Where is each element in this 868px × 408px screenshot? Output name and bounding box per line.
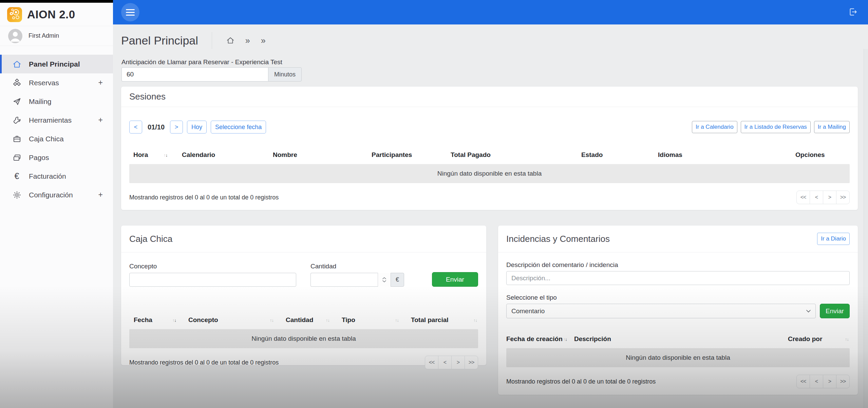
caja-chica-card: Caja Chica Concepto Cantidad € Enviar bbox=[121, 226, 486, 365]
page-title: Panel Principal bbox=[121, 34, 198, 47]
user-avatar-icon bbox=[8, 29, 22, 43]
breadcrumb-separator: » bbox=[245, 36, 250, 46]
column-header-creado-por[interactable]: Creado por ↑↓ bbox=[788, 333, 850, 345]
sesiones-table-header: Hora ↑↓ Calendario Nombre Participantes … bbox=[129, 149, 850, 161]
column-header-opciones[interactable]: Opciones bbox=[791, 149, 850, 161]
page-first-button[interactable]: << bbox=[425, 356, 438, 369]
euro-icon: € bbox=[12, 172, 21, 180]
page-last-button[interactable]: >> bbox=[836, 191, 850, 204]
sort-icon[interactable]: ↑↓ bbox=[473, 318, 477, 322]
go-calendario-button[interactable]: Ir a Calendario bbox=[692, 121, 737, 133]
sesiones-empty-row: Ningún dato disponible en esta tabla bbox=[129, 164, 850, 183]
incidencias-enviar-button[interactable]: Enviar bbox=[820, 304, 850, 318]
page-prev-button[interactable]: < bbox=[810, 375, 823, 388]
avatar bbox=[8, 29, 22, 43]
page-last-button[interactable]: >> bbox=[836, 375, 850, 388]
page-next-button[interactable]: > bbox=[451, 356, 465, 369]
spinner-down-icon bbox=[382, 280, 386, 282]
caja-chica-title: Caja Chica bbox=[129, 234, 172, 244]
page-prev-button[interactable]: < bbox=[438, 356, 452, 369]
anticipacion-input[interactable] bbox=[121, 67, 268, 82]
logout-button[interactable] bbox=[848, 7, 858, 17]
sort-icon[interactable]: ↑↓ bbox=[395, 318, 398, 322]
sidebar: AION 2.0 First Admin Panel Principal bbox=[0, 0, 113, 408]
app-title: AION 2.0 bbox=[27, 8, 75, 21]
concepto-label: Concepto bbox=[129, 263, 157, 270]
scrollbar[interactable] bbox=[864, 49, 868, 408]
top-bar bbox=[113, 0, 868, 24]
page-next-button[interactable]: > bbox=[823, 191, 836, 204]
expand-plus-icon[interactable]: + bbox=[98, 78, 103, 87]
page-next-button[interactable]: > bbox=[823, 375, 836, 388]
go-listado-reservas-button[interactable]: Ir a Listado de Reservas bbox=[741, 121, 811, 133]
column-header-estado[interactable]: Estado bbox=[577, 149, 654, 161]
app-logo-row[interactable]: AION 2.0 bbox=[0, 0, 113, 26]
column-header-hora[interactable]: Hora ↑↓ bbox=[129, 149, 178, 161]
page-first-button[interactable]: << bbox=[796, 375, 810, 388]
column-header-descripcion[interactable]: Descripción bbox=[574, 333, 788, 345]
sesiones-card-header: Sesiones bbox=[121, 87, 858, 107]
column-header-participantes[interactable]: Participantes bbox=[367, 149, 447, 161]
select-date-button[interactable]: Seleccione fecha bbox=[211, 121, 266, 134]
divider bbox=[212, 32, 212, 49]
incidencias-table-footer: Mostrando registros del 0 al 0 de un tot… bbox=[506, 375, 850, 388]
concepto-input[interactable] bbox=[129, 273, 296, 287]
page-last-button[interactable]: >> bbox=[465, 356, 478, 369]
sidebar-item-reservas[interactable]: Reservas + bbox=[0, 73, 113, 92]
cantidad-input[interactable] bbox=[310, 273, 391, 287]
sidebar-item-panel-principal[interactable]: Panel Principal bbox=[0, 55, 113, 73]
column-header-tipo[interactable]: Tipo ↑↓ bbox=[337, 314, 407, 326]
sort-icon[interactable]: ↑↓ bbox=[326, 318, 329, 322]
home-icon[interactable] bbox=[226, 36, 234, 45]
anticipacion-input-group: Minutos bbox=[121, 67, 302, 82]
sesiones-title: Sesiones bbox=[129, 91, 166, 102]
sidebar-item-herramientas[interactable]: Herramientas + bbox=[0, 111, 113, 129]
anticipacion-unit-addon: Minutos bbox=[268, 67, 302, 82]
descripcion-label: Descripción del comentario / incidencia bbox=[506, 261, 850, 269]
date-next-button[interactable]: > bbox=[170, 121, 183, 134]
sort-icon[interactable]: ↑↓ bbox=[563, 337, 567, 341]
sidebar-item-configuracion[interactable]: Configuración + bbox=[0, 185, 113, 204]
go-mailing-button[interactable]: Ir a Mailing bbox=[814, 121, 850, 133]
sesiones-table-footer: Mostrando registros del 0 al 0 de un tot… bbox=[129, 191, 850, 204]
column-header-nombre[interactable]: Nombre bbox=[269, 149, 367, 161]
column-header-total-pagado[interactable]: Total Pagado bbox=[447, 149, 577, 161]
sidebar-item-pagos[interactable]: Pagos bbox=[0, 148, 113, 167]
column-header-fecha[interactable]: Fecha ↑↓ bbox=[129, 314, 184, 326]
caja-enviar-button[interactable]: Enviar bbox=[432, 272, 478, 287]
main-content: Panel Principal » » Anticipación de Llam… bbox=[113, 24, 868, 408]
sort-icon[interactable]: ↑↓ bbox=[270, 318, 273, 322]
cantidad-label: Cantidad bbox=[310, 263, 336, 270]
go-diario-button[interactable]: Ir a Diario bbox=[817, 233, 850, 245]
sidebar-item-mailing[interactable]: Mailing bbox=[0, 92, 113, 111]
tipo-select[interactable]: Comentario bbox=[506, 304, 816, 318]
chevron-down-icon bbox=[806, 310, 811, 313]
records-info: Mostrando registros del 0 al 0 de un tot… bbox=[129, 194, 279, 201]
sidebar-item-caja-chica[interactable]: Caja Chica bbox=[0, 129, 113, 148]
date-prev-button[interactable]: < bbox=[129, 121, 142, 134]
page-first-button[interactable]: << bbox=[796, 191, 810, 204]
tipo-label: Seleccione el tipo bbox=[506, 294, 850, 301]
user-row[interactable]: First Admin bbox=[0, 26, 113, 46]
column-header-total-parcial[interactable]: Total parcial ↑↓ bbox=[407, 314, 478, 326]
sort-icon[interactable]: ↑↓ bbox=[164, 153, 167, 157]
today-button[interactable]: Hoy bbox=[187, 121, 207, 134]
expand-plus-icon[interactable]: + bbox=[98, 116, 103, 125]
column-header-cantidad[interactable]: Cantidad ↑↓ bbox=[281, 314, 337, 326]
column-header-concepto[interactable]: Concepto ↑↓ bbox=[184, 314, 281, 326]
column-header-idiomas[interactable]: Idiomas bbox=[654, 149, 791, 161]
anticipacion-label: Anticipación de Llamar para Reservar - E… bbox=[121, 58, 282, 66]
number-spinner[interactable] bbox=[378, 273, 391, 287]
sort-icon[interactable]: ↑↓ bbox=[172, 318, 176, 322]
descripcion-input[interactable] bbox=[506, 271, 850, 285]
hamburger-menu-button[interactable] bbox=[121, 3, 139, 21]
column-header-calendario[interactable]: Calendario bbox=[178, 149, 269, 161]
incidencias-title: Incidencias y Comentarios bbox=[506, 234, 610, 244]
records-info: Mostrando registros del 0 al 0 de un tot… bbox=[129, 359, 279, 366]
incidencias-empty-row: Ningún dato disponible en esta tabla bbox=[506, 348, 850, 367]
sort-icon[interactable]: ↑↓ bbox=[845, 337, 848, 341]
page-prev-button[interactable]: < bbox=[810, 191, 823, 204]
column-header-fecha-creacion[interactable]: Fecha de creación ↑↓ bbox=[506, 333, 574, 345]
sidebar-item-facturacion[interactable]: € Facturación bbox=[0, 167, 113, 185]
expand-plus-icon[interactable]: + bbox=[98, 190, 103, 199]
